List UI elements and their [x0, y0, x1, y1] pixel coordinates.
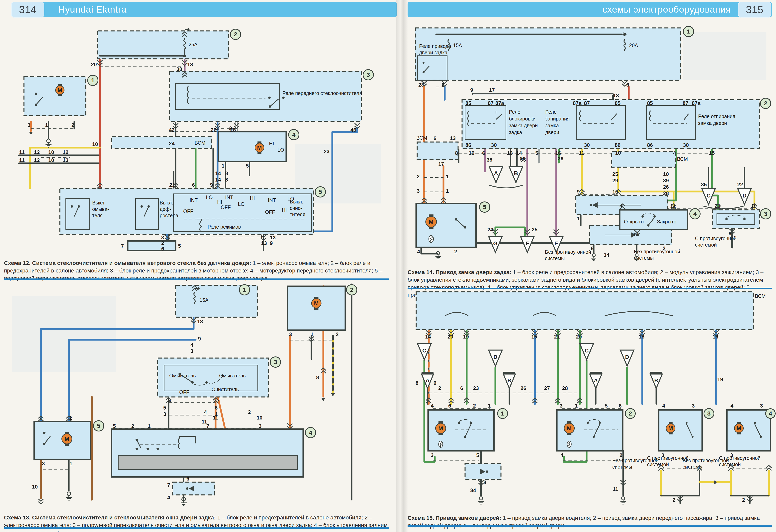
pin: 1	[488, 403, 491, 409]
connector-a2: A	[594, 377, 598, 383]
lock-close-relay-l4: двери	[545, 129, 559, 135]
connector-b2: B	[654, 377, 658, 383]
fuse-rating: 15А	[200, 297, 209, 303]
bcm-label: ВСМ	[755, 293, 766, 299]
callout-3: 3	[367, 71, 370, 78]
callout-5: 5	[97, 423, 101, 429]
divider-left-bottom	[4, 527, 389, 529]
pin: 19	[717, 376, 723, 382]
pin: 3	[190, 348, 193, 354]
pin: 3	[760, 403, 763, 409]
pin: 1	[45, 122, 48, 128]
mode-relay-label: Реле режимов	[208, 224, 241, 230]
pin: 6	[433, 135, 436, 141]
callout-2: 2	[350, 286, 354, 293]
schema-15-diagram: ВСМ C D A B C D A B M 1 M	[405, 290, 776, 507]
pin: 2	[742, 497, 745, 503]
pin: 22	[737, 182, 743, 188]
sw2-l3: ростера	[160, 213, 178, 218]
pin: 5	[113, 423, 116, 429]
connector-b1: B	[507, 377, 511, 383]
sw3-l3: тителя	[290, 212, 306, 217]
pin: 8	[455, 150, 458, 156]
caption-13-title: Схема 13. Система стеклоочистителя и сте…	[4, 514, 216, 521]
pin: 5	[178, 243, 181, 249]
pin: 6	[482, 150, 485, 156]
pin: 1	[148, 423, 151, 429]
pin: 25	[532, 227, 538, 233]
bcm-label: ВСМ	[195, 140, 205, 146]
close-label: Закрыто	[657, 219, 676, 224]
connector-g: G	[493, 240, 498, 247]
passenger-lock-actuator: M 2	[557, 409, 635, 451]
pin: 4	[417, 249, 420, 255]
with-alarm1-l2: системой	[647, 462, 669, 467]
pin: 12	[63, 149, 68, 155]
pin: 38	[487, 157, 493, 163]
pin: 9	[210, 182, 213, 188]
pin: 87а	[692, 100, 701, 106]
off-label: OFF	[179, 389, 189, 395]
pin: 10	[615, 150, 621, 156]
pin: 26	[558, 156, 563, 162]
callout-3: 3	[764, 211, 767, 217]
pin: 87	[683, 100, 689, 106]
pin: 3	[730, 452, 733, 458]
pin: 10	[32, 484, 38, 490]
sw1-l3: теля	[92, 213, 103, 218]
pin: 8	[225, 170, 228, 176]
rear-wiper-control-unit: 4	[112, 428, 316, 477]
pin: 3	[259, 423, 261, 429]
washer-wiper-switch-13: Омыватель Омыватель OFF Очиститель 3	[158, 357, 280, 397]
pin: 7	[121, 243, 124, 249]
pin: 2	[672, 497, 675, 503]
pin: 11	[579, 150, 584, 156]
pin: 10	[92, 141, 98, 147]
pin: 16	[468, 150, 474, 156]
washer2-label: Омыватель	[219, 373, 246, 378]
wiper-label: Очиститель	[212, 386, 239, 392]
pin: 3	[27, 122, 30, 128]
pin: 2	[248, 409, 251, 415]
pin: 2	[662, 245, 665, 251]
lock-switch-box: Открыто Закрыто 4	[620, 209, 700, 229]
callout-4: 4	[292, 131, 296, 138]
pin: 4	[190, 342, 193, 348]
int-3: INT	[268, 197, 276, 203]
pin: 11	[213, 415, 218, 421]
pin: 4	[167, 495, 170, 501]
pin: 2	[417, 174, 419, 180]
connector-c2: C	[585, 347, 589, 354]
fuse-box-cabin-13: 15А 1	[176, 285, 257, 317]
hi-3: HI	[282, 207, 287, 213]
lock-close-relay-l1: Реле	[545, 109, 557, 115]
rear-left-lock-actuator: M 3	[659, 409, 714, 451]
callout-2: 2	[629, 410, 632, 417]
fuse-rating: 25А	[189, 42, 198, 47]
int-2: INT	[225, 195, 233, 200]
rear-right-lock-actuator: M 4	[727, 409, 775, 451]
pin: 18	[197, 318, 203, 324]
with-alarm-l2: системой	[695, 242, 717, 248]
hi-1: HI	[217, 199, 222, 205]
pin: 85	[615, 100, 620, 106]
caption-12-title: Схема 12. Система стеклоочистителя и омы…	[4, 260, 251, 266]
sw1-l2: омыва-	[92, 206, 109, 212]
connector-a: A	[494, 170, 498, 176]
pin: 13	[450, 135, 456, 141]
pin: 9	[270, 240, 273, 246]
pin: 3	[560, 403, 562, 409]
page-title-left: Hyundai Elantra	[58, 4, 127, 15]
front-wiper-relay-box: Реле переднего стеклоочистителя 3	[170, 70, 373, 121]
fuse-box-cabin-14: Реле привода двери задка 15А 20А 1	[415, 26, 694, 80]
connector-c: C	[707, 193, 711, 199]
pin: 26	[663, 184, 669, 190]
pin: 2	[473, 403, 476, 409]
callout-5: 5	[319, 189, 322, 195]
pin: 3	[692, 403, 695, 409]
pin: 3	[661, 452, 664, 458]
pin: 26	[521, 385, 526, 391]
pin: 4	[560, 452, 563, 458]
connector-a1: A	[425, 377, 429, 383]
bcm-label: ВСМ	[416, 135, 427, 141]
